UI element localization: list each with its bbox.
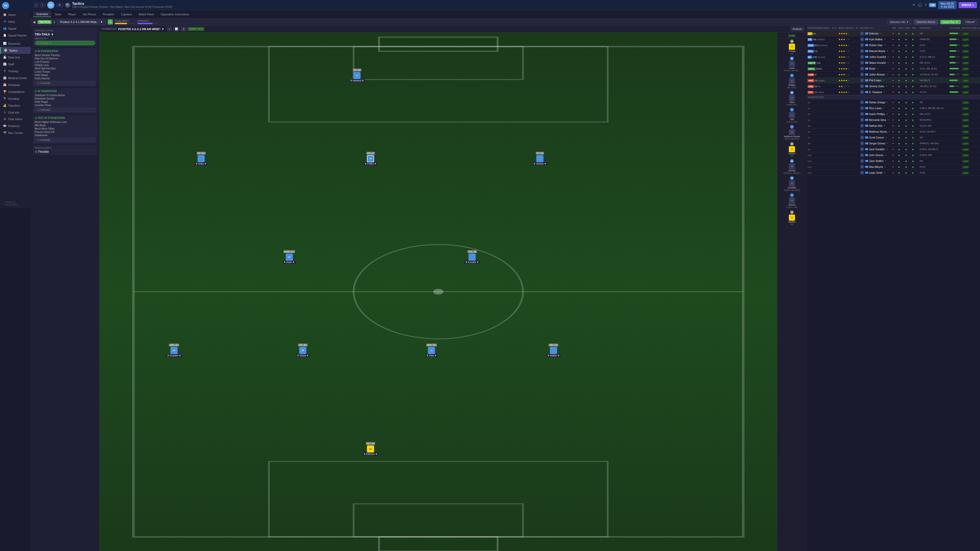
content-split: TACTICAL STYLE TIKI-TAKA ▼ MENTALITY ⊕ P… [30, 26, 372, 208]
familiarity-track [115, 23, 135, 24]
pitch-container: CF - At 9 ⬆Haaland▼ IW - Su ⬆Doku▼ [100, 32, 372, 208]
sidebar-item-label: Schedule [8, 83, 20, 86]
possession-item-8: Fairly Narrow [35, 77, 95, 80]
medical-icon: 🏥 [3, 76, 6, 79]
sidebar-item-transfers[interactable]: 💰 Transfers [0, 102, 30, 109]
oop-icon: ⊙ [35, 117, 37, 119]
finances-icon: 💷 [3, 124, 6, 127]
player-node-iw-l[interactable]: IW - Su ⬆Doku▼ [195, 152, 207, 165]
tab-player[interactable]: Player [65, 12, 79, 17]
topbar: ‹ › MC ▼ 🔍 Tactics 13th in English Premi… [30, 0, 372, 10]
sidebar-item-clubinfo[interactable]: ℹ Club Info [0, 109, 30, 116]
in-transition-header: ⊙ IN TRANSITION [35, 90, 95, 93]
tactical-style-section: TACTICAL STYLE TIKI-TAKA ▼ MENTALITY ⊕ P… [33, 28, 97, 47]
player-role-cf: CF - At [353, 68, 361, 71]
sidebar-item-clubvision[interactable]: 👁 Club Vision [0, 116, 30, 122]
mentality-button[interactable]: ⊕ Positive ▼ [35, 41, 95, 45]
formation-list-view[interactable]: ≡ [167, 27, 172, 31]
main-content: ◀ TACTICS 1 Positive 4-2-3-1 DM AM Wide.… [30, 18, 372, 208]
sidebar-item-label: Club Info [8, 111, 19, 114]
player-shirt-ap: 47 [367, 155, 372, 162]
sidebar-item-label: Medical Centre [8, 76, 27, 79]
sidebar-item-label: Squad [8, 27, 16, 30]
formation-chart-view[interactable]: 📊 [173, 27, 180, 31]
tab-team[interactable]: Team [52, 12, 65, 17]
formation-view-buttons: ≡ 📊 ⊞ [167, 27, 186, 31]
tab-match-plans[interactable]: Match Plans [135, 12, 157, 17]
tactics-icon: ⚽ [4, 49, 7, 52]
sidebar-item-label: Staff [8, 63, 14, 66]
in-possession-header: ⊙ IN POSSESSION [35, 50, 95, 52]
sidebar-item-label: Dev. Centre [8, 131, 23, 135]
sidebar-item-training[interactable]: 🏃 Training [0, 68, 30, 75]
sidebar-item-tactics[interactable]: ⚽ Tactics [0, 47, 30, 54]
mentality-section: MENTALITY ⊕ Positive ▼ [35, 37, 95, 45]
sidebar-item-schedule[interactable]: 📅 Schedule [0, 81, 30, 88]
possession-change-button[interactable]: >> CHANGE [35, 81, 95, 85]
oop-header: ⊙ OUT OF POSSESSION [35, 117, 95, 119]
sidebar-item-devcentre[interactable]: 🌱 Dev. Centre [0, 129, 30, 136]
tactics-name-dropdown[interactable]: Positive 4-2-3-1 DM AM Wide... ▼ [57, 19, 106, 24]
fluidity-value: ⊕ Flexible [35, 150, 95, 154]
possession-item-4: Dribble Less [35, 64, 95, 67]
sidebar-item-datahub[interactable]: 💾 Data Hub [0, 54, 30, 61]
player-node-ap[interactable]: AP - At 47 ⬆Foden▼ [364, 152, 372, 165]
fluidity-icon: ⊕ [35, 150, 37, 154]
tab-penalties[interactable]: Penalties [100, 12, 118, 17]
in-possession-section: ⊙ IN POSSESSION Much Shorter Passing Pla… [33, 48, 97, 87]
topbar-title: Tactics 13th in English Premier Division… [72, 2, 372, 8]
forward-button[interactable]: › [40, 2, 45, 8]
chevron-down-icon: ▼ [49, 41, 52, 44]
sidebar-item-competitions[interactable]: 🏆 Competitions [0, 88, 30, 95]
familiarity-bar: FAMILIARITY [115, 20, 135, 24]
formation-table-view[interactable]: ⊞ [181, 27, 186, 31]
formation-name-dropdown[interactable]: POSITIVE 4-2-3-1 DM AM WIDE* ▼ [118, 27, 164, 30]
search-icon: 🔍 [65, 3, 70, 8]
transition-icon: ⊙ [35, 90, 37, 93]
tactics-back-button[interactable]: ◀ [33, 20, 35, 24]
transition-item-2: Distribute Quickly [35, 97, 95, 100]
player-name-iw[interactable]: ⬆Doku▼ [195, 162, 207, 165]
player-name-ap[interactable]: ⬆Foden▼ [364, 162, 372, 165]
transition-change-button[interactable]: >> CHANGE [35, 108, 95, 112]
sidebar-item-scouting[interactable]: 🔭 Scouting [0, 95, 30, 102]
tab-overview[interactable]: Overview [33, 11, 51, 17]
sidebar-item-home[interactable]: 🏠 Home [0, 11, 30, 18]
sidebar-item-squad[interactable]: 👥 Squad [0, 25, 30, 32]
possession-item-6: Lower Tempo [35, 70, 95, 73]
possession-item-1: Much Shorter Passing [35, 54, 95, 57]
datahub-icon: 💾 [3, 56, 6, 59]
sidebar-item-medical[interactable]: 🏥 Medical Centre [0, 75, 30, 81]
svg-rect-4 [269, 46, 372, 122]
team-select-button[interactable]: ▼ [56, 3, 63, 7]
sidebar: FM 🏠 Home ✉ Inbox 👥 Squad 📋 Squad Planne… [0, 0, 30, 208]
oop-item-2: Mid Block [35, 124, 95, 127]
tab-set-pieces[interactable]: Set Pieces [80, 12, 99, 17]
tab-opposition[interactable]: Opposition Instructions [158, 12, 192, 17]
sidebar-item-inbox[interactable]: ✉ Inbox [0, 18, 30, 25]
sidebar-item-dynamics[interactable]: 📊 Dynamics [0, 40, 30, 47]
tactics-header: ◀ TACTICS 1 Positive 4-2-3-1 DM AM Wide.… [30, 18, 372, 26]
sidebar-item-squad-planner[interactable]: 📋 Squad Planner [0, 32, 30, 39]
add-tactic-button[interactable]: + [108, 19, 113, 24]
out-of-possession-section: ⊙ OUT OF POSSESSION Much Higher Defensiv… [33, 115, 97, 144]
clubinfo-icon: ℹ [3, 111, 6, 114]
transfers-icon: 💰 [3, 104, 6, 107]
oop-change-button[interactable]: >> CHANGE [35, 138, 95, 142]
sidebar-item-label: Squad Planner [8, 34, 27, 37]
player-name-cf[interactable]: ⬆Haaland▼ [349, 79, 365, 82]
sidebar-item-label: Club Vision [8, 118, 22, 121]
sidebar-item-label: Competitions [8, 90, 24, 94]
sidebar-item-label: Home [8, 13, 16, 16]
oop-item-1: Much Higher Defensive Line [35, 121, 95, 124]
sidebar-item-label: Data Hub [8, 56, 20, 59]
sidebar-item-finances[interactable]: 💷 Finances [0, 122, 30, 129]
sidebar-item-staff[interactable]: 👔 Staff [0, 61, 30, 68]
player-node-cf[interactable]: CF - At 9 ⬆Haaland▼ [349, 68, 365, 82]
formation-panel: FORMATION POSITIVE 4-2-3-1 DM AM WIDE* ▼… [100, 26, 372, 208]
sidebar-item-label: Dynamics [8, 42, 21, 45]
back-button[interactable]: ‹ [34, 2, 39, 8]
tactical-style-value[interactable]: TIKI-TAKA ▼ [35, 33, 95, 36]
tactics-number: 1 [54, 21, 55, 24]
tab-captains[interactable]: Captains [118, 12, 135, 17]
